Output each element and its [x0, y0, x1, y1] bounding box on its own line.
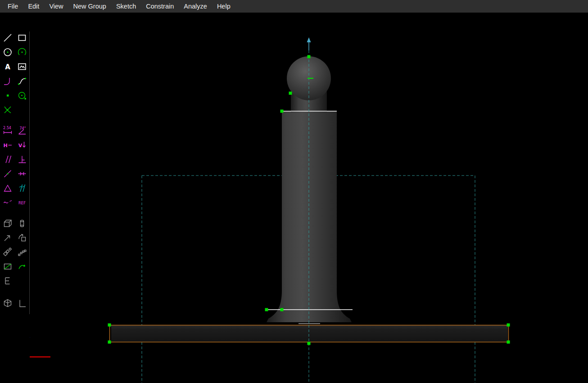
left-toolbar: A 2.54 74° H V [0, 13, 30, 383]
circle-icon [2, 47, 13, 58]
point-base-top-left[interactable] [108, 324, 111, 327]
svg-text:A: A [5, 63, 10, 71]
split-curves-icon [2, 104, 13, 115]
parallel-normal-icon [17, 183, 27, 194]
point-neck-left[interactable] [289, 92, 292, 95]
constrain-ratio[interactable] [0, 195, 15, 210]
text-tool-icon: A [2, 61, 13, 72]
step-rotate-icon [17, 247, 27, 257]
point-cylinder-top-left[interactable] [280, 110, 284, 113]
workplane-arrow-head [307, 37, 311, 42]
lathe-icon [17, 218, 27, 229]
point-sphere-top[interactable] [308, 55, 311, 59]
group-step-rotate[interactable] [15, 245, 29, 259]
svg-text:74°: 74° [19, 126, 26, 131]
step-translate-icon [2, 247, 13, 257]
view-isometric[interactable] [0, 296, 15, 311]
constrain-perpendicular[interactable] [15, 152, 29, 167]
tangent-arc-icon [2, 76, 13, 86]
arc-icon [17, 47, 27, 58]
constrain-vertical[interactable]: V [15, 138, 29, 152]
tool-text[interactable]: A [0, 59, 15, 74]
point-flare-left-inner[interactable] [280, 308, 284, 311]
tool-circle[interactable] [0, 45, 15, 59]
distance-constraint-icon: 2.54 [2, 125, 13, 136]
menu-edit[interactable]: Edit [23, 0, 44, 13]
tool-rectangle[interactable] [15, 31, 29, 45]
translate-group-icon [2, 232, 13, 243]
tool-construction[interactable] [15, 88, 29, 103]
tool-line-segment[interactable] [0, 31, 15, 45]
constrain-angle[interactable]: 74° [15, 123, 29, 138]
toolbar-section-sketch: A [0, 31, 30, 117]
tool-bezier[interactable] [15, 74, 29, 88]
parallel-constraint-icon [2, 154, 13, 165]
workplane-y-arrow [307, 37, 311, 50]
group-sketch-in-plane[interactable] [0, 259, 15, 274]
ratio-constraint-icon [2, 197, 13, 208]
tool-datum-point[interactable] [0, 88, 15, 103]
tool-image[interactable] [15, 59, 29, 74]
tool-split-curves[interactable] [0, 103, 15, 117]
bezier-icon [17, 76, 27, 86]
point-base-bottom-center[interactable] [308, 342, 311, 345]
tool-tangent-arc[interactable] [0, 74, 15, 88]
constrain-reference[interactable]: REF [15, 195, 29, 210]
svg-text:REF: REF [18, 201, 26, 205]
perpendicular-constraint-icon [17, 154, 27, 165]
menu-bar: File Edit View New Group Sketch Constrai… [0, 0, 588, 13]
point-sphere-center-tick[interactable] [308, 78, 313, 79]
horizontal-constraint-icon: H [2, 140, 13, 150]
constrain-symmetric[interactable] [15, 167, 29, 181]
point-flare-left-outer[interactable] [265, 308, 268, 311]
group-link[interactable] [0, 274, 15, 288]
menu-file[interactable]: File [3, 0, 23, 13]
sketch-in-plane-icon [2, 261, 13, 272]
angle-constraint-icon: 74° [17, 125, 27, 136]
base-plate-face[interactable] [111, 325, 508, 342]
group-extrude[interactable] [0, 216, 15, 230]
group-step-translate[interactable] [0, 245, 15, 259]
group-rotate[interactable] [15, 230, 29, 245]
svg-text:H: H [3, 143, 7, 149]
view-align-workplane[interactable] [15, 296, 29, 311]
point-on-line-icon [2, 168, 13, 179]
constrain-distance[interactable]: 2.54 [0, 123, 15, 138]
constrain-parallel-normal[interactable] [15, 181, 29, 195]
point-base-bottom-right[interactable] [507, 341, 510, 344]
point-base-top-right[interactable] [507, 324, 510, 327]
constrain-point-on-line[interactable] [0, 167, 15, 181]
vertical-constraint-icon: V [17, 140, 27, 150]
tool-arc[interactable] [15, 45, 29, 59]
main-canvas[interactable] [0, 0, 588, 383]
symmetric-constraint-icon [17, 168, 27, 179]
svg-text:V: V [18, 143, 23, 149]
menu-constrain[interactable]: Constrain [141, 0, 179, 13]
bend-arrow-icon [17, 261, 27, 272]
menu-help[interactable]: Help [212, 0, 235, 13]
menu-new-group[interactable]: New Group [68, 0, 111, 13]
group-translate[interactable] [0, 230, 15, 245]
point-base-bottom-left[interactable] [108, 341, 111, 344]
datum-point-icon [2, 90, 13, 101]
extrude-icon [2, 218, 13, 229]
link-icon [2, 275, 13, 286]
group-bend[interactable] [15, 259, 29, 274]
constrain-equal[interactable] [0, 181, 15, 195]
constrain-parallel[interactable] [0, 152, 15, 167]
line-segment-icon [2, 32, 13, 43]
constrain-horizontal[interactable]: H [0, 138, 15, 152]
image-icon [17, 61, 27, 72]
rotate-group-icon [17, 232, 27, 243]
svg-text:2.54: 2.54 [3, 126, 11, 130]
toolbar-divider [29, 32, 30, 314]
menu-sketch[interactable]: Sketch [111, 0, 141, 13]
construction-icon [17, 90, 27, 101]
align-workplane-icon [17, 298, 27, 309]
menu-view[interactable]: View [44, 0, 68, 13]
reference-constraint-icon: REF [17, 197, 27, 208]
group-lathe[interactable] [15, 216, 29, 230]
rectangle-icon [17, 32, 27, 43]
menu-analyze[interactable]: Analyze [179, 0, 212, 13]
equal-constraint-icon [2, 183, 13, 194]
